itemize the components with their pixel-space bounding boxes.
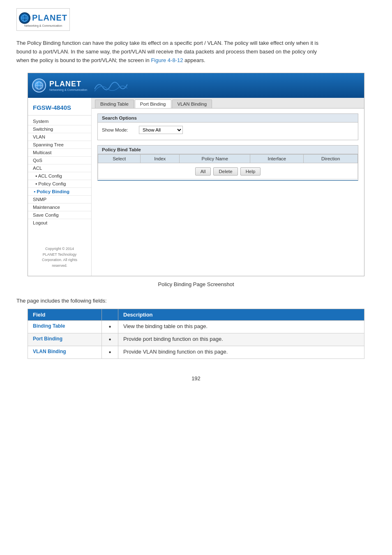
- sidebar-item-maintenance[interactable]: Maintenance: [28, 204, 91, 211]
- logo-icon: [19, 12, 30, 24]
- search-options-header: Search Options: [98, 114, 358, 123]
- field-col-name: Field: [28, 309, 102, 321]
- field-col-desc: Description: [118, 309, 364, 321]
- col-interface: Interface: [250, 155, 304, 163]
- planet-logo: PLANET Networking & Communication: [16, 8, 70, 31]
- bullet-binding-table: •: [102, 321, 118, 333]
- sidebar-item-snmp[interactable]: SNMP: [28, 196, 91, 204]
- device-screenshot: PLANET Networking & Communication FGSW-4…: [28, 73, 364, 276]
- field-name-port-binding: Port Binding: [28, 333, 102, 346]
- device-brand: PLANET: [49, 80, 81, 88]
- help-button[interactable]: Help: [240, 167, 261, 176]
- sidebar-item-system[interactable]: System: [28, 118, 91, 125]
- content-area: Search Options Show Mode: Show All Show …: [92, 109, 364, 189]
- col-select: Select: [98, 155, 141, 163]
- tab-binding-table[interactable]: Binding Table: [95, 99, 134, 108]
- table-header-row: Select Index Policy Name Interface Direc…: [98, 155, 358, 163]
- policy-bind-table-header: Policy Bind Table: [98, 146, 358, 154]
- sidebar-item-acl[interactable]: ACL: [28, 164, 91, 172]
- main-content: Binding Table Port Binding VLAN Binding …: [92, 98, 364, 276]
- device-logo-text-block: PLANET Networking & Communication: [49, 80, 87, 91]
- desc-text3: when the policy is bound to the port/VLA…: [16, 57, 151, 63]
- col-direction: Direction: [304, 155, 358, 163]
- desc-text2: bound to a port/VLAN. In the same way, t…: [16, 49, 317, 55]
- device-logo-icon: [32, 79, 46, 92]
- field-col-bullet: [102, 309, 118, 321]
- field-table: Field Description Binding Table • View t…: [28, 309, 364, 359]
- description-block: The Policy Binding function can have the…: [16, 39, 376, 65]
- field-intro: The page includes the following fields:: [16, 298, 376, 304]
- field-name-vlan-binding: VLAN Binding: [28, 346, 102, 359]
- page-number: 192: [16, 375, 376, 382]
- policy-data-table: Select Index Policy Name Interface Direc…: [98, 154, 358, 179]
- desc-port-binding: Provide port binding function on this pa…: [118, 333, 364, 346]
- model-label: FGSW-4840S: [28, 102, 91, 116]
- table-action-cell: All Delete Help: [98, 163, 358, 179]
- all-button[interactable]: All: [195, 167, 211, 176]
- screenshot-caption: Policy Binding Page Screenshot: [16, 281, 376, 287]
- show-mode-select[interactable]: Show All Show Selected: [139, 126, 183, 134]
- bullet-port-binding: •: [102, 333, 118, 346]
- col-policy-name: Policy Name: [180, 155, 250, 163]
- sidebar-item-logout[interactable]: Logout: [28, 219, 91, 227]
- desc-text4: appears.: [183, 57, 205, 63]
- delete-button[interactable]: Delete: [213, 167, 238, 176]
- table-divider: [98, 180, 358, 180]
- show-mode-label: Show Mode:: [102, 127, 135, 132]
- header-wave-area: [95, 77, 127, 95]
- sidebar-item-policy-binding[interactable]: ▪ Policy Binding: [28, 188, 91, 196]
- desc-binding-table: View the binding table on this page.: [118, 321, 364, 333]
- table-btn-row: All Delete Help: [98, 163, 358, 179]
- tab-bar: Binding Table Port Binding VLAN Binding: [92, 98, 364, 109]
- logo-area: PLANET Networking & Communication: [16, 8, 376, 31]
- desc-text1: The Policy Binding function can have the…: [16, 40, 318, 46]
- field-row-port-binding: Port Binding • Provide port binding func…: [28, 333, 364, 346]
- sidebar-item-vlan[interactable]: VLAN: [28, 133, 91, 141]
- search-options-body: Show Mode: Show All Show Selected: [98, 123, 358, 140]
- sidebar-item-switching[interactable]: Switching: [28, 125, 91, 133]
- sidebar-item-multicast[interactable]: Multicast: [28, 149, 91, 157]
- sidebar-item-spanning-tree[interactable]: Spanning Tree: [28, 141, 91, 149]
- logo-top-row: PLANET: [19, 12, 67, 24]
- sidebar-item-save-config[interactable]: Save Config: [28, 211, 91, 219]
- col-index: Index: [141, 155, 180, 163]
- figure-link[interactable]: Figure 4-8-12: [151, 57, 183, 63]
- device-body: FGSW-4840S System Switching VLAN Spannin…: [28, 98, 364, 276]
- logo-inner: PLANET Networking & Communication: [19, 12, 67, 27]
- sidebar: FGSW-4840S System Switching VLAN Spannin…: [28, 98, 92, 276]
- sidebar-item-acl-config[interactable]: ▪ ACL Config: [28, 172, 91, 180]
- sidebar-item-qos[interactable]: QoS: [28, 157, 91, 164]
- field-row-vlan-binding: VLAN Binding • Provide VLAN binding func…: [28, 346, 364, 359]
- tab-port-binding[interactable]: Port Binding: [135, 99, 171, 108]
- desc-vlan-binding: Provide VLAN binding function on this pa…: [118, 346, 364, 359]
- sidebar-footer: Copyright © 2014PLANET TechnologyCorpora…: [28, 243, 91, 272]
- search-options-panel: Search Options Show Mode: Show All Show …: [97, 113, 358, 140]
- policy-bind-table-panel: Policy Bind Table Select Index Policy Na…: [97, 145, 358, 181]
- table-buttons: All Delete Help: [101, 165, 354, 177]
- device-header-subtitle: Networking & Communication: [49, 88, 87, 91]
- sidebar-item-policy-config[interactable]: ▪ Policy Config: [28, 180, 91, 188]
- logo-subtitle: Networking & Communication: [24, 24, 62, 27]
- logo-text: PLANET: [32, 13, 67, 23]
- field-name-binding-table: Binding Table: [28, 321, 102, 333]
- field-row-binding-table: Binding Table • View the binding table o…: [28, 321, 364, 333]
- tab-vlan-binding[interactable]: VLAN Binding: [172, 99, 212, 108]
- show-mode-row: Show Mode: Show All Show Selected: [102, 126, 354, 134]
- bullet-vlan-binding: •: [102, 346, 118, 359]
- field-table-header-row: Field Description: [28, 309, 364, 321]
- device-header: PLANET Networking & Communication: [28, 73, 364, 98]
